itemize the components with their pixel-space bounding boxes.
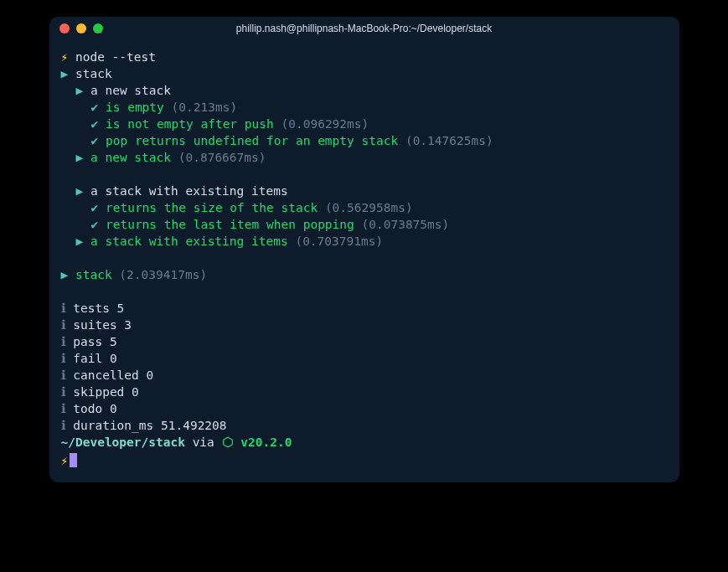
- node-version: v20.2.0: [240, 435, 292, 449]
- info-icon: ℹ: [61, 352, 66, 365]
- window-title: phillip.nash@phillipnash-MacBook-Pro:~/D…: [59, 23, 669, 34]
- test-time: (0.096292ms): [281, 117, 369, 131]
- stat-skipped: skipped 0: [73, 385, 139, 399]
- suite-group-name: a stack with existing items: [90, 184, 288, 198]
- stat-suites: suites 3: [73, 318, 132, 332]
- check-icon: ✔: [91, 134, 99, 147]
- prompt-symbol: ⚡: [61, 454, 69, 467]
- stat-line: ℹ duration_ms 51.492208: [61, 417, 668, 434]
- suite-group-name: a new stack: [90, 151, 171, 164]
- suite-root-name: stack: [75, 268, 112, 281]
- stat-line: ℹ tests 5: [61, 300, 668, 317]
- blank-line: [61, 283, 668, 300]
- info-icon: ℹ: [61, 335, 66, 348]
- terminal-window: phillip.nash@phillipnash-MacBook-Pro:~/D…: [49, 17, 679, 482]
- info-icon: ℹ: [61, 318, 66, 332]
- test-time: (0.147625ms): [405, 134, 493, 147]
- test-time: (0.562958ms): [325, 201, 413, 214]
- test-name: returns the last item when popping: [106, 218, 354, 231]
- stat-line: ℹ suites 3: [61, 317, 668, 333]
- test-name: is empty: [106, 100, 164, 114]
- prompt-via: via: [185, 435, 222, 449]
- test-result: ✔ is empty (0.213ms): [61, 99, 668, 116]
- suite-group-summary: ▶ a new stack (0.876667ms): [61, 149, 668, 166]
- stat-pass: pass 5: [73, 335, 116, 348]
- test-name: pop returns undefined for an empty stack: [106, 134, 398, 147]
- arrow-icon: ▶: [76, 184, 84, 198]
- prompt-path: ~/Developer/stack: [61, 435, 185, 449]
- arrow-icon: ▶: [76, 84, 84, 97]
- titlebar: phillip.nash@phillipnash-MacBook-Pro:~/D…: [49, 17, 679, 40]
- cursor: [70, 453, 77, 467]
- test-result: ✔ is not empty after push (0.096292ms): [61, 116, 668, 132]
- stat-duration: duration_ms 51.492208: [73, 419, 226, 432]
- prompt-symbol: ⚡: [61, 50, 69, 64]
- prompt-path-line: ~/Developer/stack via v20.2.0: [61, 434, 668, 452]
- arrow-icon: ▶: [61, 268, 69, 281]
- test-name: returns the size of the stack: [106, 201, 318, 214]
- stat-line: ℹ pass 5: [61, 333, 668, 350]
- blank-line: [61, 250, 668, 266]
- blank-line: [61, 166, 668, 183]
- test-result: ✔ pop returns undefined for an empty sta…: [61, 132, 668, 149]
- fullscreen-icon[interactable]: [93, 23, 103, 33]
- stat-line: ℹ skipped 0: [61, 384, 668, 400]
- suite-group-name: a stack with existing items: [90, 234, 288, 248]
- arrow-icon: ▶: [76, 151, 84, 164]
- info-icon: ℹ: [61, 301, 66, 315]
- prompt-input-line[interactable]: ⚡: [61, 452, 668, 469]
- check-icon: ✔: [91, 201, 99, 214]
- test-result: ✔ returns the size of the stack (0.56295…: [61, 199, 668, 216]
- suite-group-time: (0.876667ms): [178, 151, 266, 164]
- check-icon: ✔: [91, 218, 99, 231]
- stat-fail: fail 0: [73, 352, 116, 365]
- stat-line: ℹ todo 0: [61, 400, 668, 417]
- stat-cancelled: cancelled 0: [73, 368, 153, 382]
- test-time: (0.213ms): [172, 100, 238, 114]
- suite-group-header: ▶ a new stack: [61, 82, 668, 99]
- suite-group-summary: ▶ a stack with existing items (0.703791m…: [61, 233, 668, 250]
- test-time: (0.073875ms): [362, 218, 450, 231]
- svg-marker-0: [223, 437, 232, 447]
- stat-todo: todo 0: [73, 402, 116, 415]
- window-controls: [59, 23, 103, 33]
- minimize-icon[interactable]: [76, 23, 86, 33]
- suite-root-summary: ▶ stack (2.039417ms): [61, 266, 668, 283]
- command-text: node --test: [75, 50, 156, 64]
- arrow-icon: ▶: [61, 67, 69, 80]
- suite-root-time: (2.039417ms): [119, 268, 207, 281]
- suite-root-name: stack: [75, 67, 112, 80]
- suite-group-name: a new stack: [90, 84, 171, 97]
- info-icon: ℹ: [61, 402, 66, 415]
- info-icon: ℹ: [61, 368, 66, 382]
- suite-root-header: ▶ stack: [61, 65, 668, 82]
- check-icon: ✔: [91, 100, 99, 114]
- suite-group-header: ▶ a stack with existing items: [61, 183, 668, 199]
- command-line: ⚡ node --test: [61, 49, 668, 65]
- stat-line: ℹ cancelled 0: [61, 367, 668, 384]
- test-name: is not empty after push: [106, 117, 274, 131]
- arrow-icon: ▶: [76, 234, 84, 248]
- stat-line: ℹ fail 0: [61, 350, 668, 367]
- terminal-body[interactable]: ⚡ node --test ▶ stack ▶ a new stack ✔ is…: [49, 40, 679, 482]
- suite-group-time: (0.703791ms): [295, 234, 383, 248]
- node-icon: [222, 435, 234, 452]
- info-icon: ℹ: [61, 385, 66, 399]
- close-icon[interactable]: [59, 23, 70, 33]
- stat-tests: tests 5: [73, 301, 124, 315]
- test-result: ✔ returns the last item when popping (0.…: [61, 216, 668, 233]
- check-icon: ✔: [91, 117, 99, 131]
- info-icon: ℹ: [61, 419, 66, 432]
